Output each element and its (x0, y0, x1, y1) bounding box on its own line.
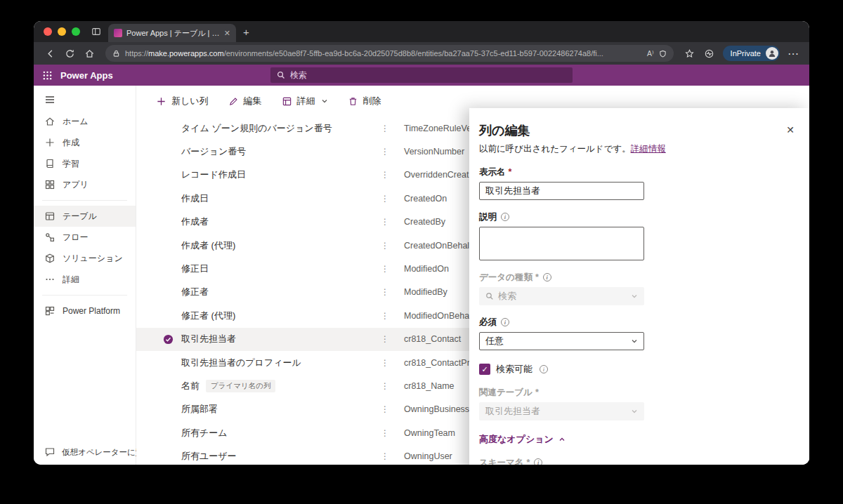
home-icon[interactable] (80, 45, 98, 62)
row-menu-icon[interactable]: ⋮ (381, 288, 389, 296)
refresh-icon[interactable] (60, 45, 79, 62)
close-icon[interactable]: ✕ (783, 122, 798, 138)
browser-menu-icon[interactable]: ⋯ (784, 45, 802, 62)
row-menu-icon[interactable]: ⋮ (381, 265, 389, 273)
browser-tab[interactable]: Power Apps | テーブル | 取引先担 ✕ (108, 24, 236, 42)
column-schema-name: ModifiedOnBehal... (404, 311, 478, 321)
info-icon[interactable]: i (501, 318, 509, 326)
info-icon[interactable]: i (540, 365, 548, 373)
tab-close-icon[interactable]: ✕ (224, 29, 230, 38)
waffle-menu-icon[interactable] (37, 65, 58, 86)
window-close-button[interactable] (44, 27, 52, 36)
row-menu-icon[interactable]: ⋮ (381, 382, 389, 390)
related-table-label: 関連テーブル* (479, 387, 798, 398)
sidebar-item[interactable]: ホーム (34, 111, 136, 132)
apps-icon (44, 179, 55, 190)
lookup-icon (485, 292, 494, 300)
tracking-prevention-icon[interactable] (659, 50, 667, 58)
description-textarea[interactable] (479, 227, 644, 260)
info-icon[interactable]: i (501, 213, 509, 221)
tab-strip: Power Apps | テーブル | 取引先担 ✕ + (34, 21, 809, 42)
app-header: Power Apps 検索 (34, 65, 809, 86)
sidebar-item[interactable]: Power Platform (34, 300, 136, 321)
sidebar-item[interactable]: 学習 (34, 153, 136, 174)
required-label: 必須i (479, 317, 798, 328)
sidebar-item-label: 学習 (63, 158, 79, 170)
learn-more-link[interactable]: 詳細情報 (631, 144, 666, 154)
inprivate-label: InPrivate (731, 49, 761, 58)
row-check-placeholder (163, 193, 181, 204)
column-display-name: レコード作成日 (181, 168, 246, 181)
row-check-placeholder (163, 240, 181, 251)
column-schema-name: ModifiedBy (404, 287, 447, 297)
address-bar[interactable]: https://make.powerapps.com/environments/… (105, 45, 674, 62)
hamburger-icon[interactable] (44, 94, 55, 105)
row-check-placeholder (163, 263, 181, 274)
column-schema-name: OwningBusiness... (404, 404, 477, 414)
sidebar-item[interactable]: 作成 (34, 132, 136, 153)
search-icon (277, 71, 285, 79)
related-table-dropdown: 取引先担当者 (479, 402, 644, 420)
display-name-input[interactable] (479, 182, 644, 200)
delete-button[interactable]: 削除 (348, 95, 381, 107)
row-menu-icon[interactable]: ⋮ (381, 147, 389, 156)
info-icon[interactable]: i (543, 273, 551, 281)
sidebar-item[interactable]: アプリ (34, 174, 136, 195)
row-menu-icon[interactable]: ⋮ (381, 241, 389, 250)
column-schema-name: CreatedOnBehalf... (404, 241, 479, 251)
app-title[interactable]: Power Apps (60, 70, 113, 81)
new-column-button[interactable]: 新しい列 (156, 95, 209, 107)
flow-icon (44, 232, 55, 243)
row-menu-icon[interactable]: ⋮ (381, 335, 389, 343)
searchable-checkbox[interactable]: ✓ (479, 364, 490, 375)
required-asterisk: * (535, 387, 539, 397)
details-menu-button[interactable]: 詳細 (282, 95, 328, 107)
sidebar-item-label: ソリューション (63, 253, 123, 265)
advanced-options-link[interactable]: 高度なオプション (479, 433, 798, 446)
back-icon[interactable] (41, 45, 59, 62)
row-menu-icon[interactable]: ⋮ (381, 452, 389, 460)
edit-button[interactable]: 編集 (228, 95, 262, 107)
sidebar-divider (42, 295, 127, 296)
required-dropdown[interactable]: 任意 (479, 332, 644, 350)
column-schema-name: cr818_Contact (404, 334, 461, 344)
row-menu-icon[interactable]: ⋮ (381, 312, 389, 320)
row-menu-icon[interactable]: ⋮ (381, 171, 389, 179)
window-minimize-button[interactable] (58, 27, 66, 36)
window-zoom-button[interactable] (72, 27, 80, 36)
column-display-name: 取引先担当者 (181, 333, 236, 345)
browser-essentials-icon[interactable] (700, 45, 719, 62)
pencil-icon (228, 96, 239, 107)
favorites-star-icon[interactable] (681, 45, 699, 62)
new-tab-button[interactable]: + (243, 26, 249, 38)
panel-title: 列の編集 (479, 122, 798, 139)
trash-icon (348, 96, 358, 107)
global-search-input[interactable]: 検索 (270, 67, 573, 83)
row-menu-icon[interactable]: ⋮ (381, 405, 389, 413)
sidebar-item[interactable]: 詳細 (34, 269, 136, 290)
sidebar-item[interactable]: テーブル (34, 206, 136, 227)
row-menu-icon[interactable]: ⋮ (381, 429, 389, 437)
row-check-placeholder (163, 380, 181, 392)
row-menu-icon[interactable]: ⋮ (381, 359, 389, 367)
selected-check-icon (163, 333, 181, 345)
row-menu-icon[interactable]: ⋮ (381, 194, 389, 203)
chevron-down-icon (631, 408, 638, 415)
required-asterisk: * (526, 458, 530, 465)
row-menu-icon[interactable]: ⋮ (381, 124, 389, 133)
column-display-name: 修正者 (181, 286, 209, 298)
vertical-tabs-icon[interactable] (89, 24, 104, 39)
column-schema-name: VersionNumber (404, 147, 464, 157)
sidebar-item-virtual-agent[interactable]: 仮想オペレーターに質問 (34, 446, 136, 458)
inprivate-badge[interactable]: InPrivate (723, 46, 780, 61)
row-menu-icon[interactable]: ⋮ (381, 218, 389, 226)
power-platform-icon (44, 305, 55, 317)
column-display-name: 取引先担当者のプロフィール (181, 357, 301, 369)
sidebar-item[interactable]: フロー (34, 227, 136, 248)
profile-avatar[interactable] (766, 47, 778, 60)
sidebar-item[interactable]: ソリューション (34, 248, 136, 269)
read-aloud-icon[interactable]: A⁾ (647, 49, 654, 58)
plus-icon (156, 96, 166, 107)
info-icon[interactable]: i (534, 458, 542, 465)
sidebar-item-label: 詳細 (63, 274, 79, 286)
